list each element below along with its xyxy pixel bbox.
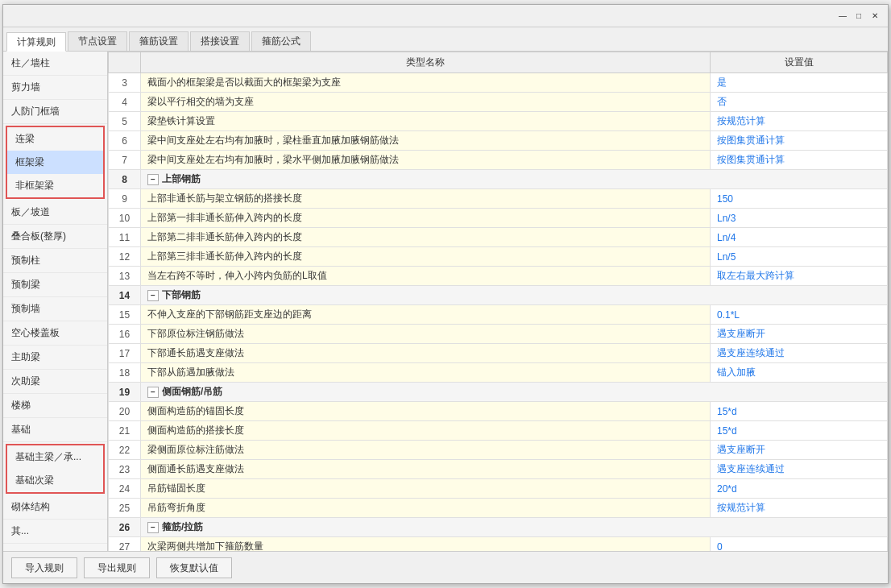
footer-bar: 导入规则导出规则恢复默认值 — [3, 551, 888, 583]
row-value-19[interactable]: 遇支座断开 — [711, 441, 888, 460]
sidebar-item-7[interactable]: 叠合板(整厚) — [3, 225, 107, 249]
row-name-13: 下部原位标注钢筋做法 — [141, 325, 711, 344]
collapse-btn-23[interactable]: − — [147, 522, 159, 533]
row-num-21: 24 — [109, 479, 141, 499]
footer-btn-1[interactable]: 导出规则 — [84, 557, 150, 578]
sidebar-item-13[interactable]: 次助梁 — [3, 370, 107, 394]
settings-table: 类型名称 设置值 3截面小的框架梁是否以截面大的框架梁为支座是4梁以平行相交的墙… — [108, 52, 888, 551]
sidebar-item-15[interactable]: 基础 — [3, 418, 107, 442]
row-num-9: 12 — [109, 247, 141, 267]
sidebar-item-9[interactable]: 预制梁 — [3, 273, 107, 297]
maximize-button[interactable]: □ — [852, 10, 865, 23]
footer-btn-0[interactable]: 导入规则 — [11, 557, 77, 578]
table-row-7: 10上部第一排非通长筋伸入跨内的长度Ln/3 — [109, 209, 888, 228]
row-section-name-5: −上部钢筋 — [141, 170, 888, 189]
row-value-1[interactable]: 否 — [711, 93, 888, 112]
main-panel: 类型名称 设置值 3截面小的框架梁是否以截面大的框架梁为支座是4梁以平行相交的墙… — [108, 52, 888, 551]
row-name-0: 截面小的框架梁是否以截面大的框架梁为支座 — [141, 73, 711, 93]
row-value-22[interactable]: 按规范计算 — [711, 499, 888, 518]
sidebar-item-17[interactable]: 基础次梁 — [7, 469, 103, 492]
tab-4[interactable]: 箍筋公式 — [251, 31, 311, 51]
collapse-btn-16[interactable]: − — [147, 387, 159, 398]
row-value-8[interactable]: Ln/4 — [711, 228, 888, 247]
main-window: — □ ✕ 计算规则节点设置箍筋设置搭接设置箍筋公式 柱／墙柱剪力墙人防门框墙连… — [2, 4, 889, 584]
row-value-14[interactable]: 遇支座连续通过 — [711, 344, 888, 363]
sidebar-item-2[interactable]: 人防门框墙 — [3, 100, 107, 124]
sidebar-item-8[interactable]: 预制柱 — [3, 249, 107, 273]
tab-1[interactable]: 节点设置 — [68, 31, 127, 51]
row-value-0[interactable]: 是 — [711, 73, 888, 93]
table-row-22: 25吊筋弯折角度按规范计算 — [109, 499, 888, 518]
sidebar-item-4[interactable]: 框架梁 — [7, 151, 103, 174]
table-row-21: 24吊筋锚固长度20*d — [109, 479, 888, 499]
row-num-7: 10 — [109, 209, 141, 228]
table-row-1: 4梁以平行相交的墙为支座否 — [109, 93, 888, 112]
section-label-text-23: 箍筋/拉筋 — [162, 520, 203, 534]
row-value-15[interactable]: 锚入加腋 — [711, 363, 888, 383]
window-controls: — □ ✕ — [836, 10, 881, 23]
table-row-16: 19−侧面钢筋/吊筋 — [109, 383, 888, 402]
collapse-btn-11[interactable]: − — [147, 290, 159, 301]
content-area: 柱／墙柱剪力墙人防门框墙连梁框架梁非框架梁板／坡道叠合板(整厚)预制柱预制梁预制… — [3, 52, 888, 551]
row-name-9: 上部第三排非通长筋伸入跨内的长度 — [141, 247, 711, 267]
row-num-12: 15 — [109, 305, 141, 325]
row-num-23: 26 — [109, 518, 141, 537]
table-row-2: 5梁垫铁计算设置按规范计算 — [109, 112, 888, 131]
row-name-21: 吊筋锚固长度 — [141, 479, 711, 499]
sidebar-item-12[interactable]: 主助梁 — [3, 346, 107, 370]
section-label-text-16: 侧面钢筋/吊筋 — [162, 385, 222, 399]
sidebar-item-3[interactable]: 连梁 — [7, 127, 103, 151]
tab-0[interactable]: 计算规则 — [6, 32, 66, 52]
row-value-3[interactable]: 按图集贯通计算 — [711, 131, 888, 151]
table-row-12: 15不伸入支座的下部钢筋距支座边的距离0.1*L — [109, 305, 888, 325]
row-value-17[interactable]: 15*d — [711, 402, 888, 421]
row-value-13[interactable]: 遇支座断开 — [711, 325, 888, 344]
minimize-button[interactable]: — — [836, 10, 849, 23]
row-value-7[interactable]: Ln/3 — [711, 209, 888, 228]
sidebar-item-10[interactable]: 预制墙 — [3, 297, 107, 321]
sidebar-item-14[interactable]: 楼梯 — [3, 394, 107, 418]
tab-bar: 计算规则节点设置箍筋设置搭接设置箍筋公式 — [3, 27, 888, 52]
sidebar-item-18[interactable]: 砌体结构 — [3, 495, 107, 520]
row-num-10: 13 — [109, 267, 141, 286]
row-name-7: 上部第一排非通长筋伸入跨内的长度 — [141, 209, 711, 228]
footer-btn-2[interactable]: 恢复默认值 — [156, 557, 232, 578]
row-value-6[interactable]: 150 — [711, 189, 888, 209]
sidebar-item-19[interactable]: 其... — [3, 520, 107, 544]
sidebar-item-11[interactable]: 空心楼盖板 — [3, 321, 107, 346]
row-value-20[interactable]: 遇支座连续通过 — [711, 460, 888, 479]
row-name-12: 不伸入支座的下部钢筋距支座边的距离 — [141, 305, 711, 325]
row-num-24: 27 — [109, 537, 141, 552]
row-value-24[interactable]: 0 — [711, 537, 888, 552]
col-num — [109, 52, 141, 73]
collapse-btn-5[interactable]: − — [147, 174, 159, 185]
tab-2[interactable]: 箍筋设置 — [129, 31, 189, 51]
row-num-14: 17 — [109, 344, 141, 363]
sidebar-item-1[interactable]: 剪力墙 — [3, 76, 107, 100]
sidebar-item-16[interactable]: 基础主梁／承... — [7, 445, 103, 469]
row-section-name-11: −下部钢筋 — [141, 286, 888, 305]
row-name-1: 梁以平行相交的墙为支座 — [141, 93, 711, 112]
row-name-3: 梁中间支座处左右均有加腋时，梁柱垂直加腋加腋钢筋做法 — [141, 131, 711, 151]
row-num-11: 14 — [109, 286, 141, 305]
row-value-18[interactable]: 15*d — [711, 421, 888, 441]
row-section-name-23: −箍筋/拉筋 — [141, 518, 888, 537]
row-name-2: 梁垫铁计算设置 — [141, 112, 711, 131]
row-value-4[interactable]: 按图集贯通计算 — [711, 151, 888, 170]
tab-3[interactable]: 搭接设置 — [190, 31, 250, 51]
row-value-2[interactable]: 按规范计算 — [711, 112, 888, 131]
row-value-10[interactable]: 取左右最大跨计算 — [711, 267, 888, 286]
row-value-12[interactable]: 0.1*L — [711, 305, 888, 325]
row-num-0: 3 — [109, 73, 141, 93]
table-row-10: 13当左右跨不等时，伸入小跨内负筋的L取值取左右最大跨计算 — [109, 267, 888, 286]
table-row-11: 14−下部钢筋 — [109, 286, 888, 305]
row-num-17: 20 — [109, 402, 141, 421]
close-button[interactable]: ✕ — [868, 10, 881, 23]
sidebar-item-0[interactable]: 柱／墙柱 — [3, 52, 107, 76]
sidebar-item-5[interactable]: 非框架梁 — [7, 174, 103, 197]
sidebar-item-6[interactable]: 板／坡道 — [3, 201, 107, 225]
row-name-6: 上部非通长筋与架立钢筋的搭接长度 — [141, 189, 711, 209]
row-value-9[interactable]: Ln/5 — [711, 247, 888, 267]
row-name-22: 吊筋弯折角度 — [141, 499, 711, 518]
row-value-21[interactable]: 20*d — [711, 479, 888, 499]
